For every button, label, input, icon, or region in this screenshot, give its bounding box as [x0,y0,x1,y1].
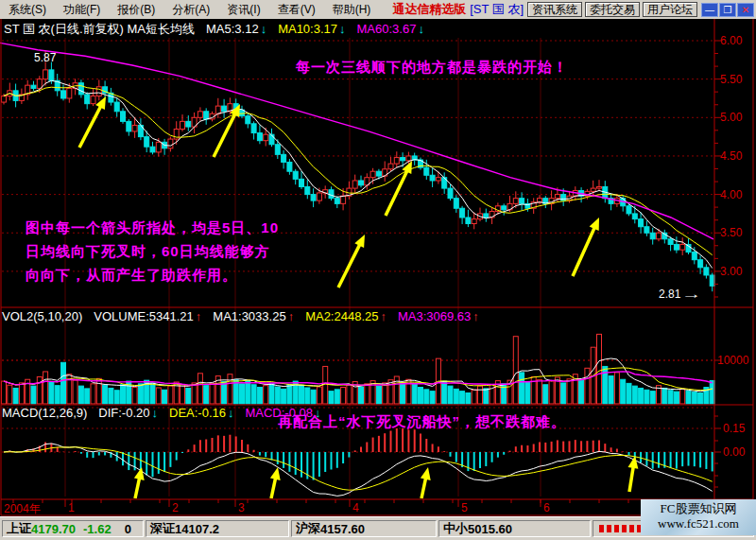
watermark-url: www.fc521.com [641,516,756,531]
price-axis-label: 3.50 [720,226,742,239]
annotation-macd: 再配合上“水下死叉沉船快”，想不跌都难。 [278,413,566,431]
last-price-label: 2.81→ [659,287,697,301]
index-name: 上证 [7,520,31,537]
month-label: 3 [238,501,245,514]
right-arrow-icon: → [682,287,703,301]
restore-button[interactable]: ❐ [719,3,736,17]
high-price-label: 5.87 [34,51,56,64]
trend-arrow-icon: ↓ [339,22,346,36]
index-name: 深证 [150,520,175,537]
year-label: 2004年 [4,501,41,517]
month-label: 5 [461,501,468,514]
macd-pane-header: MACD(12,26,9)DIF:-0.20↓DEA:-0.16↓MACD:-0… [2,406,323,420]
index-name: 沪深 [296,520,320,537]
indicator-value: VOLUME:5341.21 [94,309,194,323]
app-title: 通达信精选版 [392,1,466,18]
chart-area[interactable]: ST 国 农(日线.前复权) MA短长均线MA5:3.12↓MA10:3.17↓… [0,19,756,516]
indicator-value: MA5:3.12 [206,22,259,36]
watermark-site-name: FC股票知识网 [641,501,756,516]
macd-axis-label: 0.15 [723,422,745,435]
index-extra: 0 [125,522,131,536]
status-sz-index[interactable]: 深证14107.2 [146,520,289,537]
price-axis-label: 4.00 [720,188,742,201]
annotation-line: 日均线向下死叉时，60日均线能够方 [26,239,279,263]
volume-pane-header: VOL2(5,10,20)VOLUME:5341.21↑MA1:3033.25↑… [2,309,481,323]
forum-button[interactable]: 用户论坛 [643,2,697,17]
index-name: 中小 [443,520,468,537]
indicator-value: MA2:2448.25 [305,309,378,323]
watermark: FC股票知识网 www.fc521.com [641,499,756,535]
month-label: 4 [352,501,359,514]
menu-function[interactable]: 功能(F) [55,0,109,20]
info-system-button[interactable]: 资讯系统 [527,2,582,17]
indicator-value: DIF:-0.20 [98,406,149,420]
price-pane-title: ST 国 农(日线.前复权) MA短长均线 [4,22,195,36]
trend-arrow-icon: ↑ [472,309,479,323]
status-hs-index[interactable]: 沪深4157.60 [291,520,437,537]
close-button[interactable]: ✕ [737,3,754,17]
menu-help[interactable]: 帮助(H) [324,0,380,20]
trend-arrow-icon: ↑ [196,309,202,323]
index-value: 4179.70 [31,522,76,536]
trend-arrow-icon: ↑ [288,309,295,323]
menu-analysis[interactable]: 分析(A) [163,0,218,20]
menu-info[interactable]: 资讯(I) [218,0,268,20]
month-label: 1 [68,501,75,514]
price-pane-header: ST 国 农(日线.前复权) MA短长均线MA5:3.12↓MA10:3.17↓… [4,21,426,38]
indicator-value: MA1:3033.25 [213,309,285,323]
menu-view[interactable]: 查看(V) [269,0,324,20]
menu-system[interactable]: 系统(S) [0,0,55,20]
trend-arrow-icon: ↓ [152,406,159,420]
trend-arrow-icon: ↑ [380,309,387,323]
volume-pane-title: VOL2(5,10,20) [2,309,82,323]
price-axis-label: 5.50 [720,73,742,86]
index-value: 5015.60 [468,522,512,536]
annotation-three-lines-down: 每一次三线顺下的地方都是暴跌的开始！ [296,59,568,77]
minimize-button[interactable]: — [701,3,718,17]
index-value: 14107.2 [175,522,219,536]
index-value: 4157.60 [320,522,365,536]
trend-arrow-icon: ↓ [261,22,267,36]
trend-arrow-icon: ↓ [228,406,234,420]
status-zx-index[interactable]: 中小5015.60 [438,520,591,537]
indicator-value: MA3:3069.63 [398,309,471,323]
annotation-line: 向向下，从而产生了助跌作用。 [26,263,279,287]
status-sh-index[interactable]: 上证4179.70-1.620 [2,520,144,537]
indicator-value: DEA:-0.16 [169,406,226,420]
macd-pane-title: MACD(12,26,9) [2,406,87,420]
macd-axis-label: 0.00 [723,445,745,459]
price-axis-label: 3.00 [720,265,742,278]
indicator-value: MA10:3.17 [278,22,337,36]
annotation-line: 图中每一个箭头所指处，均是5日、10 [26,216,279,239]
price-axis-label: 4.50 [720,149,742,163]
price-axis-label: 5.00 [720,111,742,124]
active-stock-tag: [ST 国 农] [470,1,524,18]
price-axis-label: 6.00 [720,34,742,47]
month-label: 2 [172,501,179,514]
month-label: 6 [543,501,550,514]
trade-button[interactable]: 委托交易 [585,2,640,17]
annotation-death-cross: 图中每一个箭头所指处，均是5日、10日均线向下死叉时，60日均线能够方向向下，从… [26,216,279,287]
volume-axis-label: 10000 [717,354,748,367]
indicator-value: MA60:3.67 [357,22,417,36]
menu-bar: 系统(S)功能(F)报价(B)分析(A)资讯(I)查看(V)帮助(H) 通达信精… [0,0,756,20]
trend-arrow-icon: ↓ [418,22,424,36]
index-change: -1.62 [83,522,112,536]
menu-quote[interactable]: 报价(B) [109,0,163,20]
